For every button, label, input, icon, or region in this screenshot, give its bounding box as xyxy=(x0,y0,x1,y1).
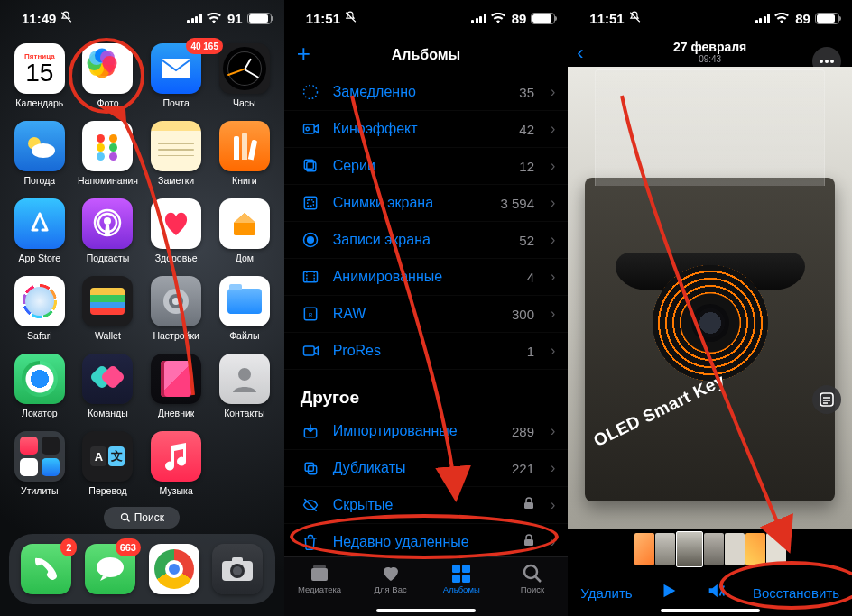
svg-text:R: R xyxy=(309,312,312,317)
battery-percent: 89 xyxy=(512,11,527,26)
live-text-button[interactable] xyxy=(812,385,841,414)
tab-albums[interactable]: Альбомы xyxy=(426,563,497,594)
svg-rect-30 xyxy=(305,463,313,471)
dock-chrome[interactable] xyxy=(149,544,199,594)
journal-icon xyxy=(151,354,201,404)
battery-icon xyxy=(247,13,272,24)
app-home[interactable]: Дом xyxy=(214,198,275,263)
app-mail[interactable]: 40 165 Почта xyxy=(145,43,207,108)
app-journal[interactable]: Дневник xyxy=(145,354,207,418)
svg-point-2 xyxy=(32,143,55,158)
nav-title: Альбомы xyxy=(392,47,461,63)
svg-point-42 xyxy=(825,60,829,63)
contacts-icon xyxy=(219,354,270,404)
dock: 2 663 xyxy=(9,534,275,604)
thumb[interactable] xyxy=(746,533,765,565)
mail-badge: 40 165 xyxy=(186,38,223,54)
thumb[interactable] xyxy=(655,533,675,565)
silent-mode-icon xyxy=(344,11,357,26)
app-utilities-folder[interactable]: Утилиты xyxy=(9,431,70,496)
dock-phone[interactable]: 2 xyxy=(21,544,71,594)
svg-point-18 xyxy=(306,127,309,130)
thumb[interactable] xyxy=(725,533,745,565)
duplicates-icon xyxy=(301,459,320,477)
row-recently-deleted[interactable]: Недавно удаленные › xyxy=(284,524,569,561)
books-icon xyxy=(219,121,270,171)
clock-icon xyxy=(219,43,270,94)
utilities-folder-icon xyxy=(14,431,65,482)
photo-viewport[interactable]: OLED Smart Key xyxy=(568,67,852,529)
app-calendar[interactable]: Пятница 15 Календарь xyxy=(9,43,70,108)
app-books[interactable]: Книги xyxy=(214,121,275,186)
row-screenshots[interactable]: Снимки экрана 3 594 › xyxy=(284,185,569,222)
app-health[interactable]: Здоровье xyxy=(145,198,207,263)
row-duplicates[interactable]: Дубликаты 221 › xyxy=(284,450,569,487)
home-grid: Пятница 15 Календарь Фото 40 165 Почта Ч… xyxy=(0,36,284,496)
screenshot-icon xyxy=(301,194,320,212)
app-findmy[interactable]: Локатор xyxy=(9,354,70,418)
row-raw[interactable]: R RAW 300 › xyxy=(284,296,569,333)
spotlight-search[interactable]: Поиск xyxy=(104,507,180,529)
chevron-right-icon: › xyxy=(551,534,555,550)
animated-icon xyxy=(301,268,320,286)
row-prores[interactable]: ProRes 1 › xyxy=(284,333,569,370)
wallet-icon xyxy=(82,276,133,326)
thumb[interactable] xyxy=(704,533,724,565)
app-notes[interactable]: Заметки xyxy=(145,121,207,186)
tab-foryou[interactable]: Для Вас xyxy=(355,563,426,594)
svg-point-40 xyxy=(524,565,537,578)
app-files[interactable]: Файлы xyxy=(214,276,275,341)
app-reminders[interactable]: Напоминания xyxy=(78,121,139,186)
lock-icon xyxy=(523,534,534,550)
app-podcasts[interactable]: Подкасты xyxy=(78,198,139,263)
svg-rect-20 xyxy=(304,160,313,169)
app-shortcuts[interactable]: Команды xyxy=(78,354,139,418)
back-button[interactable]: ‹ xyxy=(577,41,583,65)
photos-icon xyxy=(82,43,133,94)
tab-library[interactable]: Медиатека xyxy=(284,563,356,594)
app-settings[interactable]: Настройки xyxy=(145,276,207,341)
app-safari[interactable]: Safari xyxy=(9,276,70,341)
status-time: 11:49 xyxy=(22,11,56,26)
app-photos[interactable]: Фото xyxy=(78,43,139,108)
dock-messages[interactable]: 663 xyxy=(85,544,135,594)
app-translate[interactable]: A文 Перевод xyxy=(78,431,139,496)
app-weather[interactable]: Погода xyxy=(9,121,70,186)
thumb[interactable] xyxy=(634,533,654,565)
home-indicator[interactable] xyxy=(661,609,760,612)
svg-rect-28 xyxy=(303,346,314,355)
delete-button[interactable]: Удалить xyxy=(580,585,632,601)
battery-percent: 89 xyxy=(795,11,810,26)
row-hidden[interactable]: Скрытые › xyxy=(284,487,569,524)
row-animated[interactable]: Анимированные 4 › xyxy=(284,259,569,296)
svg-point-41 xyxy=(820,60,823,63)
signal-icon xyxy=(187,14,202,23)
mute-button[interactable] xyxy=(706,581,726,604)
app-appstore[interactable]: App Store xyxy=(9,198,70,263)
row-screenrec[interactable]: Записи экрана 52 › xyxy=(284,222,569,259)
chevron-right-icon: › xyxy=(551,158,555,174)
row-cinematic[interactable]: Киноэффект 42 › xyxy=(284,111,569,148)
app-wallet[interactable]: Wallet xyxy=(78,276,139,341)
status-bar: 11:51 89 xyxy=(568,0,852,36)
messages-badge: 663 xyxy=(116,538,141,556)
thumb[interactable] xyxy=(766,533,786,565)
thumb-active[interactable] xyxy=(676,531,703,567)
steering-wheel xyxy=(616,253,805,388)
weather-icon xyxy=(14,121,65,171)
tab-search[interactable]: Поиск xyxy=(497,563,569,594)
app-contacts[interactable]: Контакты xyxy=(214,354,275,418)
row-slomo[interactable]: Замедленно 35 › xyxy=(284,74,569,111)
app-clock[interactable]: Часы xyxy=(214,43,275,108)
home-indicator[interactable] xyxy=(376,609,476,612)
add-album-button[interactable]: + xyxy=(297,40,310,68)
play-button[interactable] xyxy=(659,581,679,604)
dock-camera[interactable] xyxy=(212,544,263,594)
chevron-right-icon: › xyxy=(551,423,555,439)
thumbnail-strip[interactable] xyxy=(568,529,852,569)
restore-button[interactable]: Восстановить xyxy=(753,585,839,601)
row-imports[interactable]: Импортированные 289 › xyxy=(284,413,569,450)
app-music[interactable]: Музыка xyxy=(145,431,207,496)
row-bursts[interactable]: Серии 12 › xyxy=(284,148,569,185)
svg-rect-0 xyxy=(162,59,190,78)
